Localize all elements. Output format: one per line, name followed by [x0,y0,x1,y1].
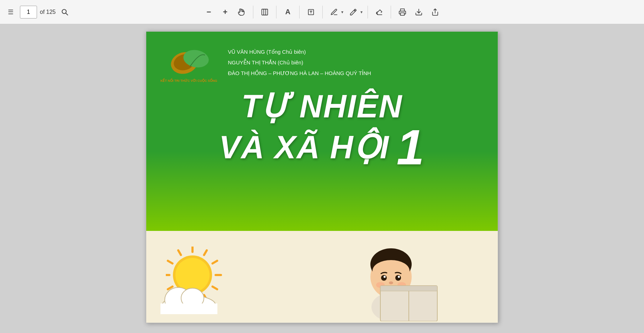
divider-2 [276,6,276,18]
menu-button[interactable]: ☰ [4,6,17,18]
cover-bottom-section [146,231,498,323]
annotate-dropdown[interactable]: ▾ [328,6,343,18]
svg-line-1 [66,13,68,15]
svg-rect-6 [401,12,405,15]
divider-6 [391,6,391,18]
svg-point-34 [373,260,410,281]
book-on-desk [373,279,444,323]
title-line-2: VÀ XÃ HỘI 1 [160,122,484,172]
divider-5 [368,6,368,18]
logo-text: KẾT NỐI TRI THỨC VỚI CUỘC SỐNG [160,79,217,83]
publisher-logo: KẾT NỐI TRI THỨC VỚI CUỘC SỐNG [160,45,217,83]
page-number-input[interactable] [20,6,37,18]
cover-top-section: KẾT NỐI TRI THỨC VỚI CUỘC SỐNG VŨ VĂN HÙ… [146,32,498,231]
eraser-button[interactable] [373,6,386,18]
svg-line-14 [212,261,217,264]
annotate-chevron[interactable]: ▾ [341,10,343,15]
pen-chevron[interactable]: ▾ [360,10,363,15]
authors-section: VŨ VĂN HÙNG (Tổng Chủ biên) NGUYỄN THỊ T… [228,47,371,79]
text-tool-button[interactable] [305,6,317,18]
print-button[interactable] [396,6,409,18]
annotate-button[interactable] [328,6,341,18]
title-number: 1 [397,122,425,172]
hand-tool-button[interactable] [235,6,248,18]
svg-point-38 [398,276,400,278]
fit-page-button[interactable] [258,6,271,18]
pen-dropdown[interactable]: ▾ [347,6,363,18]
cover-header: KẾT NỐI TRI THỨC VỚI CUỘC SỐNG VŨ VĂN HÙ… [160,42,484,83]
book-title-area: TỰ NHIÊN VÀ XÃ HỘI 1 [160,90,484,172]
svg-rect-44 [380,286,437,291]
pdf-toolbar: ☰ of 125 − + A [0,0,644,24]
title-line-1: TỰ NHIÊN [160,90,484,122]
text-select-button[interactable]: A [281,6,294,18]
divider-1 [253,6,253,18]
zoom-out-button[interactable]: − [202,6,215,18]
search-button[interactable] [58,6,71,18]
author-line-1: VŨ VĂN HÙNG (Tổng Chủ biên) [228,47,371,57]
pen-button[interactable] [347,6,360,18]
svg-line-13 [204,250,207,255]
author-line-3: ĐÀO THỊ HỒNG – PHƯƠNG HÀ LAN – HOÀNG QUÝ… [228,68,371,79]
divider-4 [322,6,323,18]
svg-point-37 [384,276,386,278]
cloud-illustration [157,282,221,316]
pdf-viewer-main: KẾT NỐI TRI THỨC VỚI CUỘC SỐNG VŨ VĂN HÙ… [0,24,644,333]
svg-rect-29 [160,303,217,314]
svg-line-23 [178,250,181,255]
zoom-in-button[interactable]: + [219,6,232,18]
divider-3 [299,6,300,18]
download-button[interactable] [412,6,425,18]
toolbar-center-section: − + A [202,6,442,18]
page-total-label: of 125 [40,9,56,15]
book-cover: KẾT NỐI TRI THỨC VỚI CUỘC SỐNG VŨ VĂN HÙ… [146,31,498,323]
share-button[interactable] [429,6,442,18]
svg-line-22 [168,261,173,264]
svg-rect-2 [262,9,268,15]
author-line-2: NGUYỄN THỊ THẮN (Chủ biên) [228,57,371,68]
